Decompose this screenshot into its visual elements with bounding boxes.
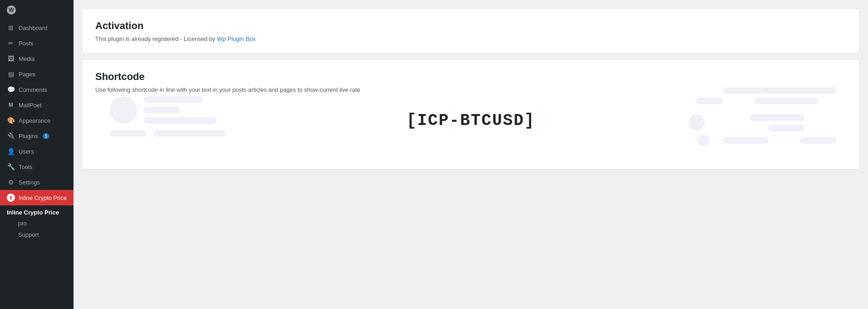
comments-icon: 💬 — [7, 85, 15, 94]
sidebar-item-inline-crypto-price[interactable]: $ Inline Crypto Price — [0, 190, 74, 205]
posts-icon: ✏ — [7, 39, 15, 47]
sidebar-item-label: Tools — [19, 164, 32, 170]
sidebar-item-posts[interactable]: ✏ Posts — [0, 35, 74, 51]
settings-icon: ⚙ — [7, 178, 15, 186]
users-icon: 👤 — [7, 147, 15, 155]
activation-link[interactable]: Wp Plugin Box — [217, 35, 255, 42]
sidebar-item-label: Dashboard — [19, 25, 48, 31]
shortcode-desc: Use following shortcode in line with you… — [95, 86, 846, 93]
activation-desc-text: This plugin is already registered - Lice… — [95, 35, 217, 42]
sidebar-item-label: Appearance — [19, 117, 50, 124]
sidebar-item-label: Settings — [19, 179, 40, 186]
plugins-badge: 5 — [43, 133, 50, 139]
media-icon: 🖼 — [7, 55, 15, 63]
sidebar-item-dashboard[interactable]: ⊞ Dashboard — [0, 20, 74, 35]
sidebar-item-label: Plugins — [19, 133, 38, 140]
pages-icon: ▤ — [7, 70, 15, 78]
sidebar-sub-item-pro[interactable]: pro — [0, 218, 74, 229]
shortcode-title: Shortcode — [95, 71, 846, 83]
crypto-icon: $ — [7, 194, 15, 202]
sidebar-item-label: Inline Crypto Price — [19, 194, 67, 201]
main-content: Activation This plugin is already regist… — [74, 0, 868, 309]
shortcode-card: Shortcode Use following shortcode in lin… — [83, 60, 859, 169]
sidebar-sub-section-label: Inline Crypto Price — [0, 205, 74, 218]
sidebar-sub-item-support[interactable]: Support — [0, 229, 74, 240]
sidebar-item-media[interactable]: 🖼 Media — [0, 51, 74, 66]
plugins-icon: 🔌 — [7, 132, 15, 140]
wp-logo-icon: W — [7, 5, 16, 15]
sidebar-item-label: Posts — [19, 40, 34, 47]
sidebar-item-settings[interactable]: ⚙ Settings — [0, 174, 74, 190]
sidebar-item-plugins[interactable]: 🔌 Plugins 5 — [0, 128, 74, 144]
sidebar-item-label: Comments — [19, 86, 47, 93]
sidebar-item-pages[interactable]: ▤ Pages — [0, 66, 74, 82]
shortcode-code: [ICP-BTCUSD] — [95, 111, 846, 130]
sidebar-item-users[interactable]: 👤 Users — [0, 144, 74, 159]
activation-card: Activation This plugin is already regist… — [83, 9, 859, 53]
sidebar-item-mailpoet[interactable]: M MailPoet — [0, 97, 74, 113]
sidebar-sub-item-label: pro — [18, 220, 27, 227]
mailpoet-icon: M — [7, 101, 15, 109]
sidebar-item-label: Pages — [19, 71, 35, 78]
sidebar-sub-item-label: Support — [18, 231, 39, 238]
sidebar-item-label: MailPoet — [19, 102, 42, 109]
shortcode-content: Shortcode Use following shortcode in lin… — [95, 71, 846, 130]
activation-desc: This plugin is already registered - Lice… — [95, 35, 846, 42]
sidebar-item-label: Media — [19, 55, 34, 62]
sidebar-item-comments[interactable]: 💬 Comments — [0, 82, 74, 97]
sidebar-item-label: Users — [19, 148, 34, 155]
sidebar-item-appearance[interactable]: 🎨 Appearance — [0, 113, 74, 128]
activation-title: Activation — [95, 20, 846, 32]
sidebar-logo: W — [0, 0, 74, 20]
appearance-icon: 🎨 — [7, 116, 15, 125]
dashboard-icon: ⊞ — [7, 24, 15, 32]
sidebar: W ⊞ Dashboard ✏ Posts 🖼 Media ▤ Pages 💬 … — [0, 0, 74, 309]
sidebar-item-tools[interactable]: 🔧 Tools — [0, 159, 74, 174]
tools-icon: 🔧 — [7, 163, 15, 171]
